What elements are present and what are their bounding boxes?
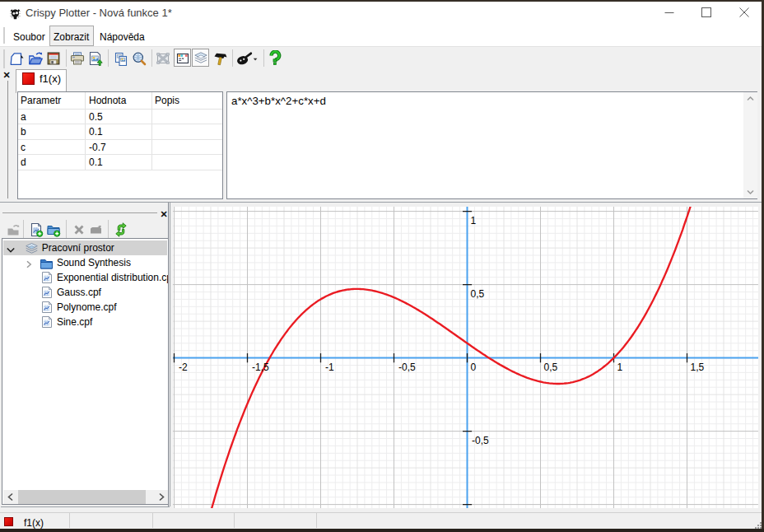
svg-text:1: 1 xyxy=(617,362,622,373)
svg-text:-2: -2 xyxy=(179,362,188,373)
svg-text:1,5: 1,5 xyxy=(690,362,704,373)
svg-text:-1,5: -1,5 xyxy=(252,362,269,373)
svg-text:-0,5: -0,5 xyxy=(472,435,489,446)
svg-text:-1: -1 xyxy=(325,362,334,373)
svg-text:-0,5: -0,5 xyxy=(398,362,416,373)
svg-text:0,5: 0,5 xyxy=(470,288,484,300)
svg-text:0: 0 xyxy=(470,362,476,373)
svg-text:0,5: 0,5 xyxy=(543,362,557,373)
svg-text:1: 1 xyxy=(470,215,476,226)
